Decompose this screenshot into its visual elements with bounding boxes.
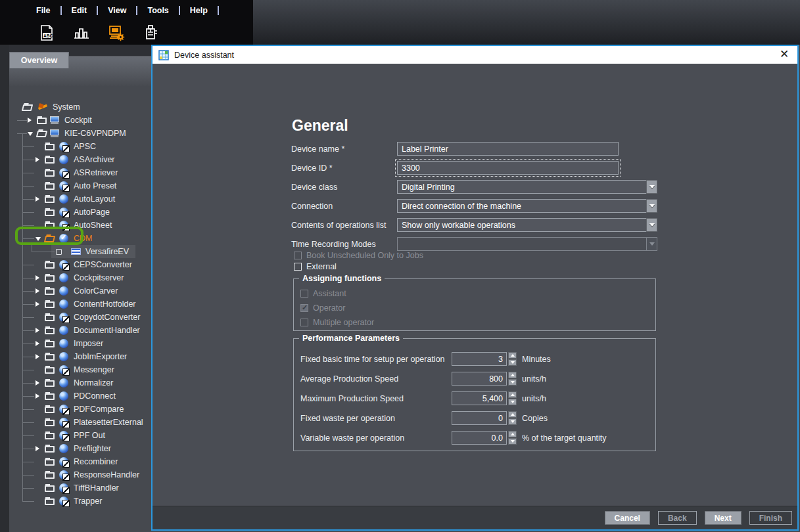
tree-item[interactable]: AutoLayout	[9, 192, 151, 206]
checkbox-row[interactable]: Assistant	[300, 289, 374, 298]
spin-down-icon[interactable]	[508, 418, 517, 425]
checkbox-row[interactable]: Operator	[300, 303, 374, 313]
spin-up-icon[interactable]	[508, 411, 517, 418]
tree-item[interactable]: APSC	[9, 140, 151, 153]
tree-item[interactable]: PPF Out	[9, 429, 151, 442]
tree-item[interactable]: Cockpitserver	[9, 271, 151, 284]
tree-item[interactable]: System	[9, 100, 151, 114]
tree-expand-arrow-icon[interactable]	[35, 328, 39, 333]
spellcheck-report-icon[interactable]: ABC	[38, 24, 55, 41]
spinner-input[interactable]: 0.0	[452, 431, 507, 445]
field-input[interactable]: Digital Printing	[397, 180, 657, 194]
dialog-button[interactable]: Back	[658, 511, 697, 525]
dialog-button[interactable]: Finish	[749, 511, 792, 525]
tree-expand-arrow-icon[interactable]	[35, 275, 39, 280]
tree-expand-arrow-icon[interactable]	[35, 196, 39, 202]
menu-item[interactable]: File	[36, 6, 51, 15]
dropdown-arrow-icon[interactable]	[646, 180, 657, 194]
tree-expand-arrow-icon[interactable]	[35, 380, 39, 386]
tree-expand-arrow-icon[interactable]	[35, 237, 41, 241]
menu-item[interactable]: Help	[190, 6, 208, 15]
spin-down-icon[interactable]	[508, 438, 517, 445]
folder-icon	[45, 157, 55, 164]
tree-item[interactable]: PDConnect	[9, 389, 151, 403]
tree-expand-arrow-icon[interactable]	[28, 132, 33, 136]
field-input[interactable]: Label Printer	[397, 142, 619, 156]
checkbox[interactable]	[294, 252, 302, 259]
checkbox[interactable]	[300, 304, 308, 312]
menu-item[interactable]: View	[108, 6, 126, 15]
spin-down-icon[interactable]	[508, 379, 517, 386]
tree-item[interactable]: TiffBHandler	[9, 481, 151, 495]
tree-item[interactable]: DocumentHandler	[9, 324, 151, 337]
tree-item[interactable]: PlatesetterExternal	[9, 416, 151, 429]
tree-item[interactable]: PDFCompare	[9, 403, 151, 416]
tree-item[interactable]: Messenger	[9, 363, 151, 376]
tree-item[interactable]: Preflighter	[9, 442, 151, 455]
machine-icon[interactable]	[143, 24, 160, 41]
dropdown-arrow-icon[interactable]	[646, 218, 657, 232]
tree-item[interactable]: ContentHotfolder	[9, 298, 151, 311]
tree-item[interactable]: ASRetriever	[9, 166, 151, 179]
tree-item[interactable]: Cockpit	[9, 114, 151, 127]
checkbox-row[interactable]: Book Unscheduled Only to Jobs	[294, 251, 423, 260]
checkbox[interactable]	[300, 319, 308, 326]
checkbox[interactable]	[300, 290, 308, 298]
spin-up-icon[interactable]	[508, 352, 517, 359]
tree-item[interactable]: CEPSConverter	[9, 258, 151, 271]
tree-item[interactable]: CDM	[9, 232, 151, 245]
checkbox[interactable]	[294, 263, 302, 271]
tree-expand-arrow-icon[interactable]	[35, 446, 39, 451]
overview-tab[interactable]: Overview	[9, 52, 69, 68]
dialog-button[interactable]: Cancel	[605, 511, 650, 525]
checkbox-row[interactable]: Multiple operator	[300, 318, 374, 327]
dialog-button[interactable]: Next	[705, 511, 741, 525]
folder-icon	[45, 459, 55, 466]
spin-down-icon[interactable]	[508, 359, 517, 366]
tree-expand-arrow-icon[interactable]	[35, 354, 39, 359]
spin-up-icon[interactable]	[508, 391, 517, 398]
tree-expand-arrow-icon[interactable]	[35, 341, 39, 346]
device-settings-icon[interactable]	[108, 24, 125, 41]
tree-item-icon	[59, 470, 68, 479]
dropdown-arrow-icon[interactable]	[646, 237, 657, 251]
field-input[interactable]	[397, 237, 657, 251]
menu-item[interactable]: Edit	[72, 6, 87, 15]
tree-item[interactable]: Auto Preset	[9, 179, 151, 192]
field-input[interactable]: Direct connection of the machine	[397, 199, 657, 213]
spin-down-icon[interactable]	[508, 399, 517, 405]
close-icon[interactable]: ✕	[778, 48, 791, 61]
tree-item[interactable]: Normalizer	[9, 376, 151, 389]
spinner-input[interactable]: 5,400	[452, 391, 507, 405]
tree-item[interactable]: ASArchiver	[9, 153, 151, 166]
tree-expand-arrow-icon[interactable]	[35, 157, 39, 162]
tree-item[interactable]: ResponseHandler	[9, 468, 151, 481]
tree-item[interactable]: JobImExporter	[9, 350, 151, 363]
tree-item[interactable]: AutoPage	[9, 206, 151, 219]
tree-expand-arrow-icon[interactable]	[35, 393, 39, 399]
spinner-input[interactable]: 0	[452, 411, 507, 425]
tree-item[interactable]: VersafireEV	[9, 245, 151, 258]
field-value: Digital Printing	[402, 183, 455, 192]
tree-expand-arrow-icon[interactable]	[28, 118, 32, 123]
field-input[interactable]: Show only workable operations	[397, 218, 657, 232]
tree-expand-arrow-icon[interactable]	[35, 288, 39, 294]
spinner-input[interactable]: 800	[452, 372, 507, 386]
tree-item[interactable]: AutoSheet	[9, 219, 151, 232]
bar-chart-icon[interactable]	[73, 24, 90, 41]
checkbox-row[interactable]: External	[294, 262, 423, 271]
spin-up-icon[interactable]	[508, 372, 517, 378]
tree-item[interactable]: Trapper	[9, 495, 151, 508]
spinner-input[interactable]: 3	[452, 352, 507, 366]
menu-item[interactable]: Tools	[147, 6, 168, 15]
field-input[interactable]: 3300	[397, 161, 619, 175]
tree-item[interactable]: CopydotConverter	[9, 311, 151, 324]
tree-item-icon	[59, 326, 68, 335]
spin-up-icon[interactable]	[508, 431, 517, 437]
tree-item[interactable]: Imposer	[9, 337, 151, 350]
tree-expand-arrow-icon[interactable]	[35, 301, 39, 307]
dropdown-arrow-icon[interactable]	[646, 199, 657, 213]
tree-item[interactable]: KIE-C6VPNDPM	[9, 127, 151, 140]
tree-item[interactable]: ColorCarver	[9, 284, 151, 298]
tree-item[interactable]: Recombiner	[9, 455, 151, 468]
